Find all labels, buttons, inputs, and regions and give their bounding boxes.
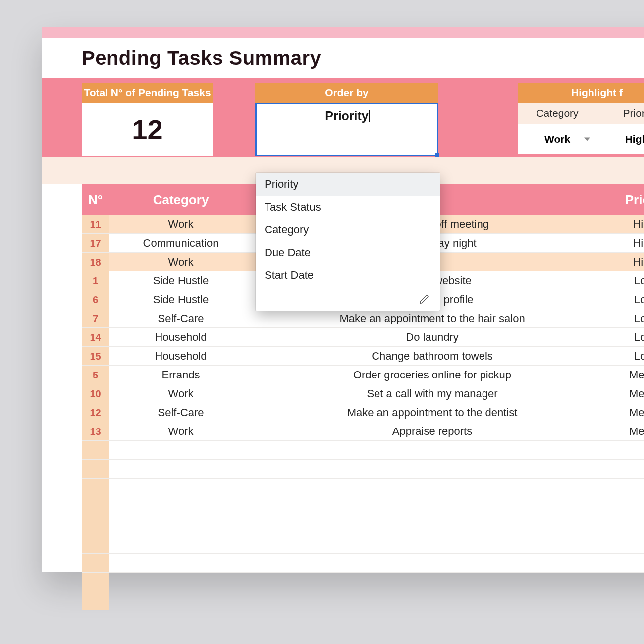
- cell-priority[interactable]: High: [612, 215, 644, 233]
- cell-task[interactable]: Appraise reports: [253, 422, 612, 440]
- cell-priority[interactable]: Mediu: [612, 384, 644, 403]
- cell-priority[interactable]: High: [612, 253, 644, 271]
- cell-task[interactable]: Make an appointment to the hair salon: [253, 309, 612, 327]
- cell-priority[interactable]: [612, 479, 644, 497]
- table-row-empty[interactable]: .: [82, 479, 644, 497]
- cell-category[interactable]: [109, 441, 253, 459]
- table-row[interactable]: 12Self-CareMake an appointment to the de…: [82, 403, 644, 422]
- cell-category[interactable]: Household: [109, 328, 253, 346]
- cell-priority[interactable]: [612, 460, 644, 478]
- cell-number[interactable]: 6: [82, 290, 109, 309]
- cell-number[interactable]: .: [82, 535, 109, 553]
- cell-number[interactable]: .: [82, 497, 109, 516]
- cell-number[interactable]: 11: [82, 215, 109, 233]
- table-row[interactable]: 14HouseholdDo laundryLow: [82, 328, 644, 347]
- cell-category[interactable]: Work: [109, 253, 253, 271]
- cell-number[interactable]: 1: [82, 271, 109, 290]
- order-by-dropdown[interactable]: PriorityTask StatusCategoryDue DateStart…: [256, 173, 440, 311]
- table-row-empty[interactable]: .: [82, 591, 644, 610]
- cell-priority[interactable]: [612, 535, 644, 553]
- table-row-empty[interactable]: .: [82, 441, 644, 460]
- cell-number[interactable]: .: [82, 460, 109, 478]
- dropdown-option[interactable]: Due Date: [256, 241, 440, 264]
- cell-category[interactable]: [109, 497, 253, 516]
- table-row-empty[interactable]: .: [82, 460, 644, 479]
- table-row[interactable]: 13WorkAppraise reportsMediu: [82, 422, 644, 441]
- table-row-empty[interactable]: .: [82, 554, 644, 573]
- col-header-category[interactable]: Category: [109, 184, 253, 215]
- cell-resize-handle[interactable]: [435, 153, 439, 157]
- cell-category[interactable]: [109, 591, 253, 610]
- cell-category[interactable]: [109, 554, 253, 572]
- cell-number[interactable]: .: [82, 573, 109, 591]
- dropdown-option[interactable]: Category: [256, 218, 440, 241]
- table-row[interactable]: 15HouseholdChange bathroom towelsLow: [82, 347, 644, 366]
- cell-task[interactable]: [253, 441, 612, 459]
- cell-priority[interactable]: Mediu: [612, 403, 644, 422]
- cell-priority[interactable]: High: [612, 234, 644, 252]
- cell-number[interactable]: .: [82, 441, 109, 459]
- cell-priority[interactable]: [612, 554, 644, 572]
- cell-category[interactable]: Side Hustle: [109, 271, 253, 290]
- cell-priority[interactable]: Mediu: [612, 366, 644, 384]
- cell-number[interactable]: 7: [82, 309, 109, 327]
- table-row-empty[interactable]: .: [82, 516, 644, 535]
- cell-category[interactable]: Self-Care: [109, 309, 253, 327]
- cell-number[interactable]: 10: [82, 384, 109, 403]
- cell-number[interactable]: .: [82, 554, 109, 572]
- table-row-empty[interactable]: .: [82, 535, 644, 554]
- cell-category[interactable]: Work: [109, 215, 253, 233]
- cell-priority[interactable]: Mediu: [612, 422, 644, 440]
- cell-category[interactable]: Errands: [109, 366, 253, 384]
- cell-priority[interactable]: [612, 497, 644, 516]
- col-header-number[interactable]: N°: [82, 184, 109, 215]
- cell-task[interactable]: Change bathroom towels: [253, 347, 612, 365]
- cell-category[interactable]: Work: [109, 422, 253, 440]
- dropdown-option[interactable]: Priority: [256, 173, 440, 196]
- cell-task[interactable]: [253, 479, 612, 497]
- cell-category[interactable]: Household: [109, 347, 253, 365]
- table-row-empty[interactable]: .: [82, 573, 644, 591]
- cell-number[interactable]: 15: [82, 347, 109, 365]
- cell-priority[interactable]: Low: [612, 347, 644, 365]
- table-row[interactable]: 5ErrandsOrder groceries online for picku…: [82, 366, 644, 384]
- cell-task[interactable]: Make an appointment to the dentist: [253, 403, 612, 422]
- cell-task[interactable]: [253, 554, 612, 572]
- cell-task[interactable]: Set a call with my manager: [253, 384, 612, 403]
- order-by-cell[interactable]: Priority: [255, 103, 438, 156]
- cell-number[interactable]: .: [82, 591, 109, 610]
- cell-category[interactable]: [109, 535, 253, 553]
- table-row[interactable]: 7Self-CareMake an appointment to the hai…: [82, 309, 644, 328]
- cell-category[interactable]: Work: [109, 384, 253, 403]
- cell-task[interactable]: [253, 460, 612, 478]
- cell-task[interactable]: [253, 573, 612, 591]
- cell-priority[interactable]: Low: [612, 271, 644, 290]
- cell-number[interactable]: .: [82, 479, 109, 497]
- cell-priority[interactable]: [612, 516, 644, 535]
- cell-number[interactable]: 18: [82, 253, 109, 271]
- cell-priority[interactable]: Low: [612, 290, 644, 309]
- cell-task[interactable]: Do laundry: [253, 328, 612, 346]
- table-row-empty[interactable]: .: [82, 497, 644, 516]
- table-row[interactable]: 10WorkSet a call with my managerMediu: [82, 384, 644, 403]
- cell-category[interactable]: Self-Care: [109, 403, 253, 422]
- highlight-priority-select[interactable]: High: [597, 124, 644, 154]
- cell-number[interactable]: 5: [82, 366, 109, 384]
- cell-category[interactable]: [109, 460, 253, 478]
- cell-number[interactable]: 14: [82, 328, 109, 346]
- cell-priority[interactable]: [612, 441, 644, 459]
- cell-category[interactable]: [109, 573, 253, 591]
- cell-category[interactable]: Side Hustle: [109, 290, 253, 309]
- highlight-category-select[interactable]: Work: [518, 124, 597, 154]
- cell-number[interactable]: .: [82, 516, 109, 535]
- cell-task[interactable]: Order groceries online for pickup: [253, 366, 612, 384]
- col-header-priority[interactable]: Priorit: [612, 184, 644, 215]
- cell-task[interactable]: [253, 497, 612, 516]
- cell-priority[interactable]: [612, 591, 644, 610]
- cell-task[interactable]: [253, 591, 612, 610]
- cell-category[interactable]: [109, 516, 253, 535]
- cell-task[interactable]: [253, 516, 612, 535]
- cell-category[interactable]: [109, 479, 253, 497]
- cell-priority[interactable]: [612, 573, 644, 591]
- cell-priority[interactable]: Low: [612, 309, 644, 327]
